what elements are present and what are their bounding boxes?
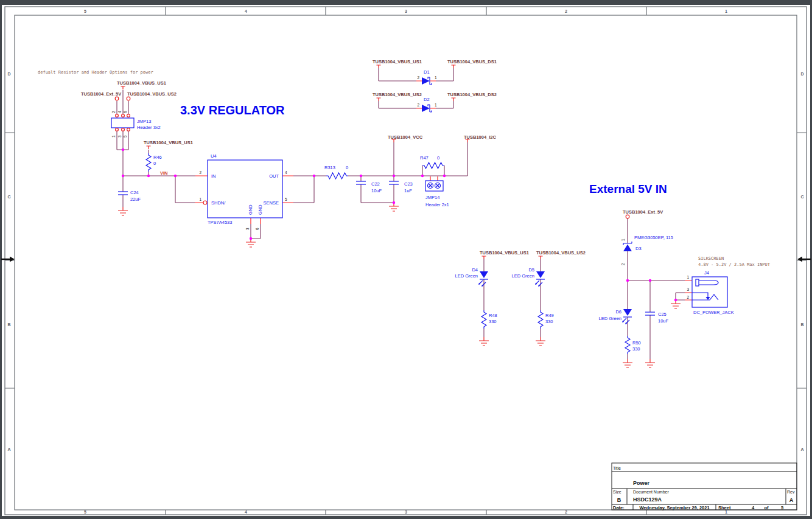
titleblock-date-label: Date: — [613, 505, 625, 510]
d2-ref: D2 — [424, 97, 430, 102]
zone-col-5-bottom: 5 — [84, 510, 86, 514]
r46-ref: R46 — [153, 155, 162, 160]
design-note: defualt Resistor and Header Options for … — [38, 70, 153, 75]
u4-pin-4: 4 — [285, 170, 287, 175]
section-title-regulator: 3.3V REGULATOR — [180, 103, 285, 117]
d1-pin-1: 1 — [435, 75, 437, 80]
net-label-vin: VIN — [160, 170, 168, 176]
titleblock-of-label: of — [764, 505, 769, 510]
titleblock-rev: A — [789, 497, 794, 503]
jmp13-ref: JMP13 — [137, 119, 151, 124]
r313-value: 0 — [346, 165, 348, 170]
silkscreen-line1: SILKSCREEN — [698, 256, 724, 261]
u4-part: TPS7A4533 — [208, 220, 232, 225]
net-label-vbus-us2-jmp: TUSB1004_VBUS_US2 — [127, 91, 177, 97]
zone-col-1-top: 1 — [725, 9, 727, 13]
u4-ref: U4 — [211, 153, 217, 159]
zone-row-b-right: B — [800, 322, 803, 327]
zone-col-2-bottom: 2 — [565, 510, 567, 514]
d2-pin-1: 1 — [435, 103, 437, 107]
j4-ref: J4 — [704, 270, 709, 276]
d6-ref: D6 — [615, 309, 621, 315]
j4-pin-1: 1 — [687, 275, 689, 279]
d5-value: LED Green — [511, 273, 534, 279]
u4-pin-3: 3 — [245, 228, 250, 230]
titleblock-doc-number: HSDC129A — [633, 496, 662, 503]
r47-ref: R47 — [420, 155, 429, 161]
jmp14-value: Header 2x1 — [425, 202, 449, 207]
j4-pin-2: 2 — [687, 295, 689, 299]
d5-ref: D5 — [528, 267, 534, 273]
d1-ref: D1 — [424, 69, 430, 75]
c22-value: 10uF — [371, 188, 382, 193]
zone-col-2-top: 2 — [565, 9, 567, 13]
titleblock-size-label: Size — [613, 490, 621, 494]
net-label-vbus-us1-d4: TUSB1004_VBUS_US1 — [480, 250, 529, 256]
d1-pin-2: 2 — [417, 75, 419, 80]
titleblock-date: Wednesday, September 29, 2021 — [639, 505, 709, 510]
titleblock-size: B — [617, 497, 621, 503]
d3-pin-1: 1 — [621, 239, 625, 241]
net-label-vbus-us1-r46: TUSB1004_VBUS_US1 — [144, 140, 193, 145]
titleblock-rev-label: Rev — [787, 490, 795, 494]
titleblock-doc-label: Document Number — [633, 490, 669, 494]
jmp13-value: Header 3x2 — [137, 125, 161, 130]
zone-col-4-bottom: 4 — [245, 510, 247, 514]
c24-value: 22uF — [130, 197, 141, 202]
schematic-page: 5 4 3 2 1 5 4 3 2 1 D C B A D C B A defu… — [0, 0, 812, 519]
c25-value: 10uF — [658, 318, 669, 324]
jmp13-pin-6: 6 — [123, 111, 127, 113]
u4-pin-gnd2-label: GND — [257, 204, 263, 215]
u4-pin-2: 2 — [199, 170, 201, 175]
d3-ref: D3 — [635, 246, 642, 251]
j4-value: DC_POWER_JACK — [693, 310, 734, 315]
net-label-ext5v-d3: TUSB1004_Ext_5V — [623, 209, 663, 215]
d4-value: LED Green — [455, 273, 478, 279]
zone-row-d-left: D — [7, 72, 10, 76]
c23-value: 1uF — [404, 188, 412, 193]
r49-value: 330 — [545, 319, 553, 324]
r48-value: 330 — [489, 319, 497, 324]
silkscreen-line2: 4.8V - 5.2V / 2.5A Max INPUT — [698, 262, 771, 267]
section-title-external-5v: External 5V IN — [589, 183, 667, 195]
u4-pin-in-label: IN — [211, 173, 216, 179]
zone-col-5-top: 5 — [84, 9, 86, 13]
d4-ref: D4 — [472, 267, 478, 273]
zone-row-c-right: C — [800, 195, 803, 199]
jmp14-ref: JMP14 — [425, 195, 439, 200]
zone-row-c-left: C — [7, 195, 10, 199]
zone-col-3-top: 3 — [405, 9, 407, 13]
net-label-vbus-us2-d5: TUSB1004_VBUS_US2 — [536, 250, 586, 256]
c23-ref: C23 — [404, 181, 413, 187]
net-label-vbus-ds2-d2: TUSB1004_VBUS_DS2 — [447, 92, 497, 97]
jmp13-pin-4: 4 — [117, 111, 122, 113]
j4-pin-3: 3 — [687, 287, 689, 291]
net-label-vbus-us1-d1: TUSB1004_VBUS_US1 — [373, 59, 422, 64]
r313-ref: R313 — [324, 165, 335, 170]
zone-col-1-bottom: 1 — [725, 510, 727, 514]
d6-value: LED Green — [598, 316, 621, 321]
r47-value: 0 — [437, 155, 439, 161]
titleblock-sheet-label: Sheet — [718, 505, 731, 510]
r48-ref: R48 — [489, 313, 497, 318]
titleblock-sheet-total: 5 — [781, 505, 783, 510]
r46-value: 0 — [153, 161, 156, 166]
net-label-vcc: TUSB1004_VCC — [388, 134, 423, 140]
u4-pin-6: 6 — [255, 228, 259, 230]
u4-pin-gnd1-label: GND — [248, 204, 253, 215]
d3-part: PMEG3050EP, 115 — [634, 235, 673, 240]
r49-ref: R49 — [545, 313, 554, 318]
c24-ref: C24 — [130, 190, 139, 195]
jmp13-pin-5: 5 — [123, 135, 127, 138]
r50-ref: R50 — [632, 340, 641, 346]
d2-pin-2: 2 — [417, 103, 419, 107]
titleblock-title-label: Title — [613, 466, 621, 470]
net-label-vbus-us1-jmp: TUSB1004_VBUS_US1 — [117, 80, 166, 86]
jmp13-pin-1: 1 — [111, 135, 116, 138]
r50-value: 330 — [632, 346, 640, 352]
net-label-vbus-ds1-d1: TUSB1004_VBUS_DS1 — [447, 59, 497, 64]
u4-pin-out-label: OUT — [269, 173, 279, 179]
zone-row-d-right: D — [800, 72, 803, 76]
u4-pin-shdn-label: SHDN/ — [211, 200, 226, 206]
zone-row-b-left: B — [7, 322, 10, 327]
